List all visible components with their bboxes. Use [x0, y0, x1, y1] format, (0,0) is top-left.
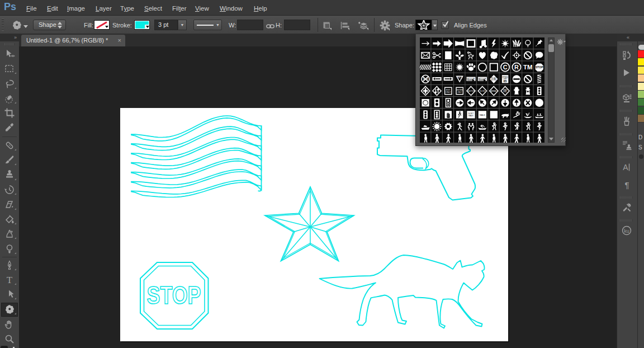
- svg-text:¶: ¶: [624, 180, 629, 190]
- svg-text:WALK: WALK: [468, 115, 474, 117]
- svg-text:T: T: [7, 275, 13, 285]
- svg-text:A: A: [623, 163, 628, 172]
- svg-text:DETOUR: DETOUR: [477, 78, 486, 80]
- svg-text:STOP: STOP: [536, 65, 544, 69]
- svg-text:DETOUR: DETOUR: [466, 78, 475, 80]
- svg-text:WALK: WALK: [480, 114, 486, 116]
- svg-text:ku: ku: [624, 228, 629, 234]
- svg-text:TM: TM: [523, 64, 532, 70]
- svg-text:R: R: [427, 78, 429, 81]
- svg-text:R: R: [423, 78, 425, 81]
- svg-text:STOP: STOP: [147, 281, 201, 309]
- svg-text:CAUTION: CAUTION: [467, 90, 475, 92]
- svg-text:WORK: WORK: [491, 79, 496, 81]
- svg-text:AHEAD: AHEAD: [491, 90, 497, 92]
- svg-text:ONLY: ONLY: [457, 91, 462, 93]
- svg-text:65: 65: [503, 79, 506, 83]
- svg-text:YIELD: YIELD: [457, 77, 462, 79]
- svg-text:END: END: [504, 91, 507, 93]
- svg-text:SLOW: SLOW: [480, 90, 485, 92]
- svg-text:ONLY: ONLY: [446, 91, 451, 93]
- svg-text:C: C: [503, 64, 508, 70]
- svg-text:R: R: [514, 64, 519, 70]
